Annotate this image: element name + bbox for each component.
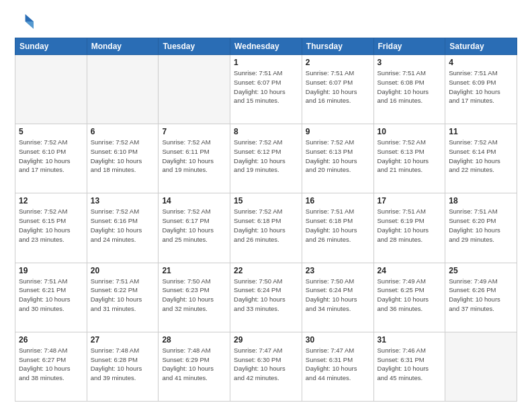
day-number: 30 bbox=[306, 335, 370, 345]
day-info: Sunrise: 7:51 AM Sunset: 6:18 PM Dayligh… bbox=[306, 207, 370, 244]
calendar-week-3: 19Sunrise: 7:51 AM Sunset: 6:21 PM Dayli… bbox=[15, 263, 517, 332]
calendar-cell: 30Sunrise: 7:47 AM Sunset: 6:31 PM Dayli… bbox=[302, 332, 373, 401]
day-number: 26 bbox=[19, 335, 83, 345]
day-info: Sunrise: 7:52 AM Sunset: 6:14 PM Dayligh… bbox=[449, 138, 513, 175]
day-number: 24 bbox=[378, 266, 442, 275]
day-info: Sunrise: 7:52 AM Sunset: 6:18 PM Dayligh… bbox=[234, 207, 298, 244]
weekday-header-wednesday: Wednesday bbox=[230, 38, 302, 55]
day-number: 29 bbox=[234, 335, 298, 345]
calendar-cell: 31Sunrise: 7:46 AM Sunset: 6:31 PM Dayli… bbox=[373, 332, 445, 401]
calendar-cell bbox=[15, 55, 87, 124]
calendar-cell: 24Sunrise: 7:49 AM Sunset: 6:25 PM Dayli… bbox=[373, 263, 445, 332]
day-info: Sunrise: 7:52 AM Sunset: 6:13 PM Dayligh… bbox=[378, 138, 442, 175]
day-info: Sunrise: 7:51 AM Sunset: 6:07 PM Dayligh… bbox=[234, 68, 298, 105]
day-info: Sunrise: 7:51 AM Sunset: 6:07 PM Dayligh… bbox=[306, 68, 370, 105]
day-info: Sunrise: 7:52 AM Sunset: 6:11 PM Dayligh… bbox=[162, 138, 226, 175]
day-info: Sunrise: 7:50 AM Sunset: 6:24 PM Dayligh… bbox=[234, 277, 298, 314]
calendar-cell: 29Sunrise: 7:47 AM Sunset: 6:30 PM Dayli… bbox=[230, 332, 302, 401]
calendar-cell: 4Sunrise: 7:51 AM Sunset: 6:09 PM Daylig… bbox=[445, 55, 517, 124]
calendar-cell: 25Sunrise: 7:49 AM Sunset: 6:26 PM Dayli… bbox=[445, 263, 517, 332]
calendar-cell: 7Sunrise: 7:52 AM Sunset: 6:11 PM Daylig… bbox=[159, 124, 230, 193]
calendar-cell: 28Sunrise: 7:48 AM Sunset: 6:29 PM Dayli… bbox=[159, 332, 230, 401]
calendar-cell: 6Sunrise: 7:52 AM Sunset: 6:10 PM Daylig… bbox=[87, 124, 159, 193]
calendar-cell bbox=[159, 55, 230, 124]
day-number: 4 bbox=[449, 58, 513, 67]
day-number: 14 bbox=[162, 196, 226, 205]
day-info: Sunrise: 7:50 AM Sunset: 6:24 PM Dayligh… bbox=[306, 277, 370, 314]
day-info: Sunrise: 7:52 AM Sunset: 6:17 PM Dayligh… bbox=[162, 207, 226, 244]
day-number: 11 bbox=[449, 127, 513, 136]
weekday-header-thursday: Thursday bbox=[302, 38, 373, 55]
day-info: Sunrise: 7:51 AM Sunset: 6:19 PM Dayligh… bbox=[378, 207, 442, 244]
day-number: 23 bbox=[306, 266, 370, 275]
day-info: Sunrise: 7:51 AM Sunset: 6:20 PM Dayligh… bbox=[449, 207, 513, 244]
day-number: 22 bbox=[234, 266, 298, 275]
calendar-week-2: 12Sunrise: 7:52 AM Sunset: 6:15 PM Dayli… bbox=[15, 193, 517, 263]
calendar-cell: 13Sunrise: 7:52 AM Sunset: 6:16 PM Dayli… bbox=[87, 193, 159, 263]
weekday-header-row: SundayMondayTuesdayWednesdayThursdayFrid… bbox=[15, 38, 517, 55]
day-info: Sunrise: 7:48 AM Sunset: 6:28 PM Dayligh… bbox=[91, 346, 155, 383]
calendar-cell: 8Sunrise: 7:52 AM Sunset: 6:12 PM Daylig… bbox=[230, 124, 302, 193]
calendar-cell: 18Sunrise: 7:51 AM Sunset: 6:20 PM Dayli… bbox=[445, 193, 517, 263]
day-info: Sunrise: 7:52 AM Sunset: 6:16 PM Dayligh… bbox=[91, 207, 155, 244]
day-info: Sunrise: 7:51 AM Sunset: 6:09 PM Dayligh… bbox=[449, 68, 513, 105]
calendar-cell: 5Sunrise: 7:52 AM Sunset: 6:10 PM Daylig… bbox=[15, 124, 87, 193]
day-number: 27 bbox=[91, 335, 155, 345]
calendar-cell: 11Sunrise: 7:52 AM Sunset: 6:14 PM Dayli… bbox=[445, 124, 517, 193]
day-info: Sunrise: 7:51 AM Sunset: 6:22 PM Dayligh… bbox=[91, 277, 155, 314]
day-info: Sunrise: 7:51 AM Sunset: 6:08 PM Dayligh… bbox=[378, 68, 442, 105]
day-number: 31 bbox=[378, 335, 442, 345]
calendar-table: SundayMondayTuesdayWednesdayThursdayFrid… bbox=[15, 38, 517, 402]
day-info: Sunrise: 7:52 AM Sunset: 6:15 PM Dayligh… bbox=[19, 207, 83, 244]
day-number: 16 bbox=[306, 196, 370, 205]
svg-marker-1 bbox=[26, 21, 34, 29]
day-number: 28 bbox=[162, 335, 226, 345]
day-number: 3 bbox=[378, 58, 442, 67]
day-info: Sunrise: 7:48 AM Sunset: 6:29 PM Dayligh… bbox=[162, 346, 226, 383]
day-number: 1 bbox=[234, 58, 298, 67]
logo-icon bbox=[15, 12, 34, 31]
day-number: 15 bbox=[234, 196, 298, 205]
day-info: Sunrise: 7:48 AM Sunset: 6:27 PM Dayligh… bbox=[19, 346, 83, 383]
day-info: Sunrise: 7:52 AM Sunset: 6:13 PM Dayligh… bbox=[306, 138, 370, 175]
calendar-cell: 23Sunrise: 7:50 AM Sunset: 6:24 PM Dayli… bbox=[302, 263, 373, 332]
calendar-cell: 16Sunrise: 7:51 AM Sunset: 6:18 PM Dayli… bbox=[302, 193, 373, 263]
day-info: Sunrise: 7:47 AM Sunset: 6:30 PM Dayligh… bbox=[234, 346, 298, 383]
calendar-cell: 2Sunrise: 7:51 AM Sunset: 6:07 PM Daylig… bbox=[302, 55, 373, 124]
day-number: 13 bbox=[91, 196, 155, 205]
day-number: 12 bbox=[19, 196, 83, 205]
weekday-header-sunday: Sunday bbox=[15, 38, 87, 55]
calendar-cell: 19Sunrise: 7:51 AM Sunset: 6:21 PM Dayli… bbox=[15, 263, 87, 332]
calendar-cell: 21Sunrise: 7:50 AM Sunset: 6:23 PM Dayli… bbox=[159, 263, 230, 332]
day-number: 8 bbox=[234, 127, 298, 136]
calendar-cell: 27Sunrise: 7:48 AM Sunset: 6:28 PM Dayli… bbox=[87, 332, 159, 401]
day-info: Sunrise: 7:52 AM Sunset: 6:10 PM Dayligh… bbox=[19, 138, 83, 175]
calendar-week-0: 1Sunrise: 7:51 AM Sunset: 6:07 PM Daylig… bbox=[15, 55, 517, 124]
page: SundayMondayTuesdayWednesdayThursdayFrid… bbox=[0, 0, 532, 411]
day-number: 21 bbox=[162, 266, 226, 275]
day-number: 5 bbox=[19, 127, 83, 136]
day-info: Sunrise: 7:51 AM Sunset: 6:21 PM Dayligh… bbox=[19, 277, 83, 314]
svg-marker-0 bbox=[26, 14, 34, 21]
weekday-header-friday: Friday bbox=[373, 38, 445, 55]
day-number: 6 bbox=[91, 127, 155, 136]
calendar-cell: 22Sunrise: 7:50 AM Sunset: 6:24 PM Dayli… bbox=[230, 263, 302, 332]
day-number: 10 bbox=[378, 127, 442, 136]
day-info: Sunrise: 7:49 AM Sunset: 6:25 PM Dayligh… bbox=[378, 277, 442, 314]
day-info: Sunrise: 7:52 AM Sunset: 6:12 PM Dayligh… bbox=[234, 138, 298, 175]
weekday-header-tuesday: Tuesday bbox=[159, 38, 230, 55]
weekday-header-saturday: Saturday bbox=[445, 38, 517, 55]
calendar-cell: 17Sunrise: 7:51 AM Sunset: 6:19 PM Dayli… bbox=[373, 193, 445, 263]
day-info: Sunrise: 7:52 AM Sunset: 6:10 PM Dayligh… bbox=[91, 138, 155, 175]
calendar-cell: 3Sunrise: 7:51 AM Sunset: 6:08 PM Daylig… bbox=[373, 55, 445, 124]
calendar-cell: 20Sunrise: 7:51 AM Sunset: 6:22 PM Dayli… bbox=[87, 263, 159, 332]
calendar-cell: 26Sunrise: 7:48 AM Sunset: 6:27 PM Dayli… bbox=[15, 332, 87, 401]
calendar-cell bbox=[87, 55, 159, 124]
day-number: 25 bbox=[449, 266, 513, 275]
weekday-header-monday: Monday bbox=[87, 38, 159, 55]
calendar-cell: 15Sunrise: 7:52 AM Sunset: 6:18 PM Dayli… bbox=[230, 193, 302, 263]
calendar-cell bbox=[445, 332, 517, 401]
day-info: Sunrise: 7:47 AM Sunset: 6:31 PM Dayligh… bbox=[306, 346, 370, 383]
calendar-week-1: 5Sunrise: 7:52 AM Sunset: 6:10 PM Daylig… bbox=[15, 124, 517, 193]
calendar-cell: 9Sunrise: 7:52 AM Sunset: 6:13 PM Daylig… bbox=[302, 124, 373, 193]
